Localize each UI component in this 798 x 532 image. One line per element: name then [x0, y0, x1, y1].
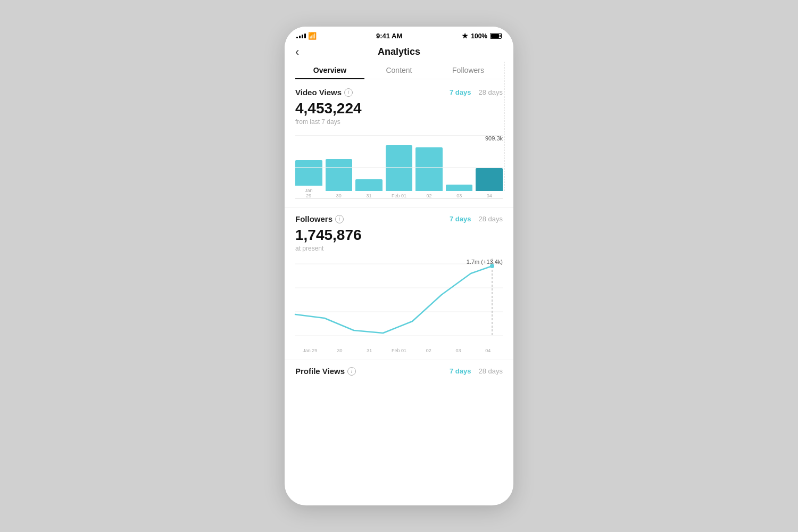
followers-info-icon[interactable]: i	[335, 215, 344, 223]
bar-chart-bars: Jan293031Feb 01020304	[295, 135, 503, 199]
x-label-1: 30	[325, 348, 355, 353]
tab-overview[interactable]: Overview	[295, 61, 364, 79]
x-label-3: Feb 01	[384, 348, 414, 353]
phone-frame: 📶 9:41 AM ★ 100% ‹ Analytics Overview Co…	[285, 27, 513, 505]
signal-icon	[296, 34, 306, 38]
bar-col-4: 02	[415, 147, 443, 198]
bar-label-2: 31	[366, 193, 371, 198]
section-divider-1	[285, 207, 513, 208]
video-views-chart: 909.3k Jan293031Feb 01020304	[295, 135, 503, 199]
profile-views-7day-btn[interactable]: 7 days	[450, 367, 471, 375]
x-label-4: 02	[414, 348, 444, 353]
video-views-sublabel: from last 7 days	[295, 118, 503, 126]
bar-col-1: 30	[326, 159, 353, 198]
video-views-info-icon[interactable]: i	[344, 88, 353, 97]
bar-col-0: Jan29	[295, 160, 322, 198]
section-divider-2	[285, 360, 513, 360]
bar-label-4: 02	[427, 193, 432, 198]
video-views-count: 4,453,224	[295, 100, 503, 117]
bar-col-5: 03	[446, 185, 473, 198]
followers-title: Followers	[295, 214, 332, 223]
bar-0[interactable]	[295, 160, 322, 186]
followers-header: Followers i 7 days 28 days	[295, 214, 503, 223]
bar-label-6: 04	[487, 193, 492, 198]
wifi-icon: 📶	[308, 32, 317, 40]
bar-col-6: 04	[476, 168, 503, 198]
bar-label-5: 03	[456, 193, 462, 198]
bar-1[interactable]	[326, 159, 353, 191]
followers-period-selector: 7 days 28 days	[450, 215, 503, 223]
bluetooth-icon: ★	[462, 32, 468, 40]
tabs-bar: Overview Content Followers	[295, 61, 503, 79]
video-views-title-group: Video Views i	[295, 88, 353, 97]
nav-bar: ‹ Analytics	[285, 42, 513, 61]
status-left: 📶	[296, 32, 317, 40]
bar-4[interactable]	[415, 147, 443, 191]
video-views-period-selector: 7 days 28 days	[450, 88, 503, 96]
video-views-title: Video Views	[295, 88, 342, 97]
followers-count: 1,745,876	[295, 227, 503, 244]
x-label-2: 31	[354, 348, 384, 353]
profile-views-28day-btn[interactable]: 28 days	[478, 367, 503, 375]
profile-views-period-selector: 7 days 28 days	[450, 367, 503, 375]
followers-28day-btn[interactable]: 28 days	[478, 215, 503, 223]
bar-5[interactable]	[446, 185, 473, 191]
profile-views-title-group: Profile Views i	[295, 367, 356, 376]
battery-percent: 100%	[471, 32, 487, 40]
bar-col-3: Feb 01	[386, 145, 413, 198]
followers-7day-btn[interactable]: 7 days	[450, 215, 471, 223]
bar-col-2: 31	[355, 179, 383, 198]
x-label-5: 03	[444, 348, 473, 353]
tab-followers[interactable]: Followers	[434, 61, 503, 79]
time-display: 9:41 AM	[376, 32, 402, 40]
status-bar: 📶 9:41 AM ★ 100%	[285, 27, 513, 42]
line-chart-annotation: 1.7m (+13.4k)	[467, 259, 503, 265]
content-area: Video Views i 7 days 28 days 4,453,224 f…	[285, 79, 513, 389]
profile-views-header: Profile Views i 7 days 28 days	[295, 367, 503, 376]
bar-label-3: Feb 01	[392, 193, 406, 198]
bar-3[interactable]	[386, 145, 413, 191]
tab-content[interactable]: Content	[364, 61, 434, 79]
video-views-28day-btn[interactable]: 28 days	[478, 88, 503, 96]
status-right: ★ 100%	[462, 32, 502, 40]
bar-label-0: Jan29	[305, 188, 313, 198]
x-label-6: 04	[473, 348, 503, 353]
followers-title-group: Followers i	[295, 214, 344, 223]
battery-icon	[490, 33, 502, 39]
video-views-7day-btn[interactable]: 7 days	[450, 88, 471, 96]
profile-views-info-icon[interactable]: i	[347, 367, 356, 376]
bar-2[interactable]	[355, 179, 383, 191]
followers-chart: 1.7m (+13.4k) Jan 29 30 31 Feb 01 02	[295, 259, 503, 353]
bar-label-1: 30	[336, 193, 342, 198]
line-chart-svg	[295, 259, 503, 344]
video-views-header: Video Views i 7 days 28 days	[295, 88, 503, 97]
followers-sublabel: at present	[295, 245, 503, 252]
bar-6[interactable]	[476, 168, 503, 191]
x-label-0: Jan 29	[295, 348, 325, 353]
back-button[interactable]: ‹	[295, 45, 299, 59]
line-chart-x-labels: Jan 29 30 31 Feb 01 02 03 04	[295, 348, 503, 353]
profile-views-title: Profile Views	[295, 367, 345, 376]
page-title: Analytics	[378, 46, 420, 57]
